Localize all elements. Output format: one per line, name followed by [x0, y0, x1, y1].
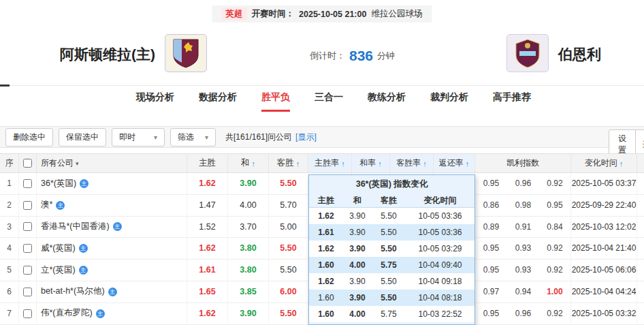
- sort-asc-icon[interactable]: ↑: [341, 159, 345, 168]
- row-checkbox[interactable]: [23, 266, 32, 275]
- row-select-cell: [19, 195, 37, 216]
- sort-asc-icon[interactable]: ↑: [466, 159, 470, 168]
- sort-asc-icon[interactable]: ↑: [378, 159, 382, 168]
- row-checkbox[interactable]: [23, 201, 32, 210]
- row-index: 7: [0, 303, 19, 324]
- home-odds[interactable]: 1.65: [187, 281, 228, 303]
- company-cell: bet-at-h*(马尔他)主: [37, 281, 187, 303]
- draw-odds[interactable]: 3.80: [228, 260, 269, 281]
- tab-three-in-one[interactable]: 三合一: [315, 91, 343, 112]
- tab-data-analysis[interactable]: 数据分析: [199, 91, 237, 112]
- home-odds[interactable]: 1.47: [187, 195, 228, 216]
- company-name-link[interactable]: 香港马*(中国香港): [41, 217, 110, 238]
- home-odds[interactable]: 1.61: [187, 260, 228, 281]
- kelly-away: 0.84: [539, 217, 571, 238]
- company-badge-icon[interactable]: 主: [96, 309, 105, 318]
- away-odds[interactable]: 5.50: [269, 303, 308, 324]
- show-link[interactable]: [显示]: [295, 131, 317, 143]
- kelly-home: 0.89: [475, 217, 507, 238]
- filter-dropdown[interactable]: 筛选 ▾: [170, 128, 216, 146]
- home-odds[interactable]: 1.62: [187, 173, 228, 194]
- company-name-link[interactable]: 36*(英国): [41, 173, 76, 194]
- chevron-down-icon: ▾: [154, 134, 157, 141]
- kelly-draw: 0.94: [507, 281, 539, 303]
- sort-asc-icon[interactable]: ↑: [296, 159, 300, 168]
- popup-change-time: 10-04 08:18: [406, 290, 474, 306]
- company-name-link[interactable]: 伟*(直布罗陀): [41, 303, 93, 324]
- tab-coach-analysis[interactable]: 教练分析: [368, 91, 406, 112]
- row-checkbox[interactable]: [23, 244, 32, 253]
- change-time: 2025-10-05 03:37: [571, 173, 637, 194]
- chevron-down-icon: ▾: [205, 134, 208, 141]
- popup-change-time: 10-05 03:36: [406, 208, 474, 224]
- row-index: 4: [0, 238, 19, 259]
- tab-expert-picks[interactable]: 高手推荐: [493, 91, 531, 112]
- header-away-odds[interactable]: 客胜↑: [269, 154, 308, 172]
- company-badge-icon[interactable]: 主: [79, 266, 88, 275]
- row-checkbox[interactable]: [23, 288, 32, 296]
- kelly-home: 0.95: [475, 260, 507, 281]
- home-odds[interactable]: 1.62: [187, 238, 228, 259]
- company-filter-caret-icon[interactable]: ▾: [76, 160, 79, 167]
- sort-asc-icon[interactable]: ↑: [423, 159, 427, 168]
- away-odds[interactable]: 5.50: [269, 173, 308, 194]
- company-name-link[interactable]: 澳*: [41, 195, 52, 216]
- popup-home-odds: 1.60: [309, 257, 343, 273]
- header-draw-rate[interactable]: 和率↑: [352, 154, 390, 172]
- keep-selected-button[interactable]: 保留选中: [59, 128, 106, 146]
- away-odds[interactable]: 5.50: [269, 238, 308, 259]
- company-badge-icon[interactable]: 主: [113, 222, 122, 231]
- popup-away-odds: 5.50: [372, 241, 406, 257]
- row-checkbox[interactable]: [23, 179, 32, 188]
- away-odds[interactable]: 5.50: [269, 260, 308, 281]
- company-badge-icon[interactable]: 主: [56, 201, 65, 210]
- divider-tick: [0, 84, 10, 87]
- draw-odds[interactable]: 3.80: [228, 238, 269, 259]
- home-odds[interactable]: 1.52: [187, 217, 228, 238]
- realtime-dropdown[interactable]: 即时 ▾: [112, 128, 165, 146]
- sort-asc-icon[interactable]: ↑: [619, 159, 624, 168]
- tab-win-draw-lose[interactable]: 胜平负: [261, 91, 290, 112]
- league-badge[interactable]: 英超: [222, 7, 247, 20]
- popup-title: 36*(英国) 指数变化: [309, 175, 474, 193]
- row-index: 1: [0, 173, 19, 194]
- draw-odds[interactable]: 3.70: [228, 217, 269, 238]
- popup-change-time: 10-03 22:52: [406, 306, 474, 322]
- company-name-link[interactable]: 威*(英国): [41, 238, 76, 259]
- draw-odds[interactable]: 3.90: [228, 173, 269, 194]
- company-badge-icon[interactable]: 主: [80, 179, 88, 188]
- draw-odds[interactable]: 3.85: [228, 281, 269, 303]
- select-all-checkbox[interactable]: [23, 159, 32, 168]
- away-odds[interactable]: 5.70: [269, 195, 308, 216]
- away-odds[interactable]: 6.00: [269, 281, 308, 303]
- draw-odds[interactable]: 4.00: [228, 195, 269, 216]
- header-away-rate[interactable]: 客胜率↑: [390, 154, 434, 172]
- popup-header-away: 客胜: [372, 193, 406, 207]
- delete-selected-button[interactable]: 删除选中: [5, 128, 53, 146]
- away-team-name: 伯恩利: [558, 45, 601, 64]
- header-draw-odds[interactable]: 和↑: [228, 154, 269, 172]
- header-return-rate[interactable]: 返还率↑: [434, 154, 475, 172]
- draw-odds[interactable]: 3.90: [228, 303, 269, 324]
- company-badge-icon[interactable]: 主: [79, 244, 88, 253]
- realtime-dropdown-label: 即时: [119, 131, 135, 143]
- header-change-time[interactable]: 变化时间↑: [571, 154, 637, 172]
- company-name-link[interactable]: bet-at-h*(马尔他): [41, 281, 105, 303]
- kelly-draw: 0.98: [507, 195, 539, 216]
- header-home-rate[interactable]: 主胜率↑: [308, 154, 352, 172]
- row-checkbox[interactable]: [23, 222, 32, 231]
- home-odds[interactable]: 1.62: [187, 303, 228, 324]
- company-badge-icon[interactable]: 主: [108, 288, 117, 296]
- header-index: 序: [0, 154, 19, 172]
- kelly-draw: 0.96: [507, 303, 539, 324]
- tab-referee-analysis[interactable]: 裁判分析: [430, 91, 468, 112]
- header-company-label: 所有公司: [41, 157, 74, 169]
- header-home-odds: 主胜: [187, 154, 228, 172]
- company-name-link[interactable]: 立*(英国): [41, 260, 76, 281]
- away-odds[interactable]: 5.00: [269, 217, 308, 238]
- row-checkbox[interactable]: [23, 309, 32, 318]
- sort-asc-icon[interactable]: ↑: [252, 159, 256, 168]
- popup-odds-row: 1.60 3.90 5.50 10-04 08:18: [309, 290, 474, 306]
- tab-live-analysis[interactable]: 现场分析: [136, 91, 174, 112]
- clipped-cell: [637, 303, 644, 324]
